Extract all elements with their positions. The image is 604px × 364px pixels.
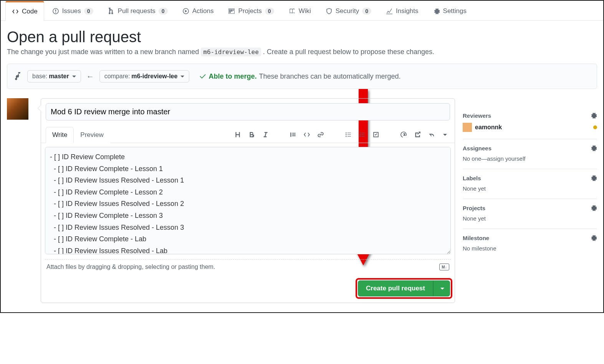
pr-body-textarea[interactable] [45, 147, 451, 254]
merge-status: Able to merge. These branches can be aut… [199, 72, 400, 81]
markdown-toolbar [234, 131, 450, 138]
avatar [7, 98, 28, 120]
link-icon[interactable] [317, 131, 324, 138]
shield-icon [326, 8, 333, 15]
tab-code-label: Code [22, 8, 38, 15]
caret-down-icon [443, 134, 447, 136]
markdown-icon[interactable]: M↓ [439, 264, 449, 270]
page-subtitle: The change you just made was written to … [7, 48, 597, 56]
issue-icon [52, 8, 59, 15]
gear-icon[interactable] [590, 112, 597, 119]
gear-icon[interactable] [590, 204, 597, 211]
graph-icon [386, 8, 393, 15]
tab-write[interactable]: Write [46, 127, 74, 143]
security-count: 0 [362, 8, 371, 15]
check-icon [199, 73, 206, 80]
issues-count: 0 [84, 8, 93, 15]
status-pending-icon [593, 125, 597, 129]
tab-pull-requests[interactable]: Pull requests 0 [101, 2, 174, 20]
tab-wiki[interactable]: Wiki [282, 2, 318, 20]
labels-value: None yet [463, 185, 597, 192]
projects-count: 0 [265, 8, 274, 15]
repo-nav: Code Issues 0 Pull requests 0 Actions Pr… [1, 1, 603, 21]
project-icon [228, 8, 235, 15]
assignees-header[interactable]: Assignees [463, 145, 597, 152]
assign-yourself-link[interactable]: No one—assign yourself [463, 155, 597, 162]
prs-count: 0 [159, 8, 168, 15]
play-icon [182, 8, 189, 15]
quote-icon[interactable] [290, 131, 296, 138]
projects-value: None yet [463, 215, 597, 222]
number-list-icon[interactable] [359, 131, 366, 138]
tab-issues[interactable]: Issues 0 [46, 2, 100, 20]
tab-insights[interactable]: Insights [379, 2, 425, 20]
gear-icon[interactable] [590, 145, 597, 152]
branch-name-code: m6-idreview-lee [201, 48, 261, 56]
avatar [463, 123, 472, 132]
reviewer-item[interactable]: eamonnk [463, 123, 597, 132]
caret-down-icon [180, 76, 184, 77]
tab-settings[interactable]: Settings [427, 2, 473, 20]
gear-icon[interactable] [590, 234, 597, 241]
git-pull-request-icon [108, 8, 115, 15]
milestone-value: No milestone [463, 245, 597, 252]
tab-security-label: Security [336, 7, 359, 15]
pr-title-input[interactable] [46, 103, 450, 120]
cross-reference-icon[interactable] [414, 131, 421, 138]
attach-hint[interactable]: Attach files by dragging & dropping, sel… [45, 259, 451, 274]
heading-icon[interactable] [234, 131, 241, 138]
tab-projects[interactable]: Projects 0 [222, 2, 280, 20]
tasklist-icon[interactable] [372, 131, 379, 138]
gear-icon[interactable] [590, 175, 597, 181]
arrow-left-icon: ← [86, 72, 94, 81]
tab-actions-label: Actions [192, 7, 214, 15]
create-pr-button[interactable]: Create pull request [358, 280, 433, 296]
mention-icon[interactable] [400, 131, 407, 138]
bold-icon[interactable] [248, 131, 255, 138]
page-title: Open a pull request [7, 28, 597, 46]
italic-icon[interactable] [262, 131, 269, 138]
sidebar: Reviewers eamonnk Assignees No one—assig… [463, 98, 597, 259]
tab-issues-label: Issues [62, 7, 81, 15]
tab-projects-label: Projects [238, 7, 261, 15]
pr-form: Write Preview [41, 98, 455, 303]
compare-branch-select[interactable]: compare: m6-idreview-lee [99, 70, 190, 82]
create-pr-dropdown[interactable] [433, 280, 450, 296]
reviewers-header[interactable]: Reviewers [463, 112, 597, 119]
gear-icon [433, 8, 440, 15]
code-icon[interactable] [303, 131, 310, 138]
compare-range-box: base: master ← compare: m6-idreview-lee … [7, 64, 597, 89]
tab-actions[interactable]: Actions [176, 2, 220, 20]
labels-header[interactable]: Labels [463, 175, 597, 181]
bullet-list-icon[interactable] [345, 131, 352, 138]
editor-tabs-row: Write Preview [41, 127, 455, 143]
tab-insights-label: Insights [396, 7, 419, 15]
tab-wiki-label: Wiki [299, 7, 311, 15]
git-compare-icon [13, 72, 22, 81]
book-icon [289, 8, 296, 15]
tab-preview[interactable]: Preview [74, 127, 110, 143]
reply-icon[interactable] [428, 131, 435, 138]
annotation-highlight: Create pull request [357, 280, 451, 297]
tab-code[interactable]: Code [5, 1, 44, 21]
caret-down-icon [72, 76, 76, 77]
milestone-header[interactable]: Milestone [463, 234, 597, 241]
tab-prs-label: Pull requests [118, 7, 156, 15]
code-icon [12, 8, 19, 15]
tab-security[interactable]: Security 0 [319, 2, 378, 20]
tab-settings-label: Settings [443, 7, 467, 15]
projects-header[interactable]: Projects [463, 204, 597, 211]
base-branch-select[interactable]: base: master [27, 70, 81, 82]
caret-down-icon [440, 288, 444, 290]
